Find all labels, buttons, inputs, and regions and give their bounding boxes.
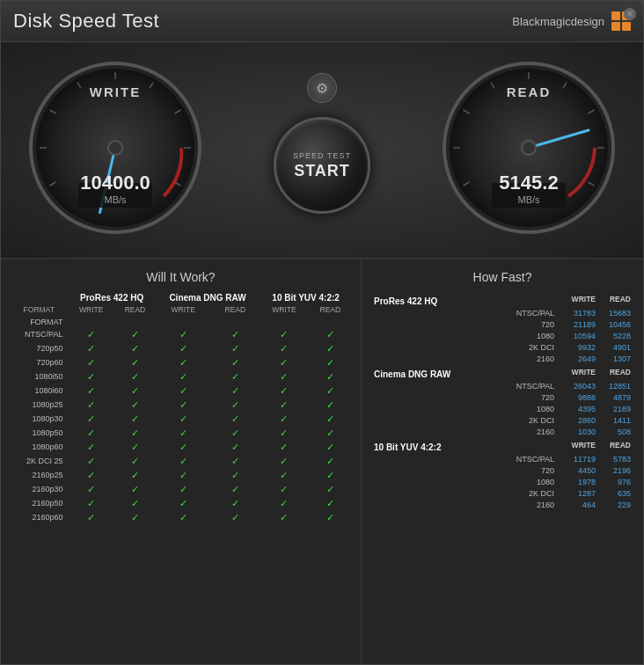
read-col-header: READ bbox=[599, 364, 634, 380]
write-gauge-label: WRITE bbox=[27, 84, 203, 99]
checkmark-icon: ✓ bbox=[326, 357, 334, 368]
fast-data-row: NTSC/PAL117195783 bbox=[370, 453, 634, 464]
row-spacer: NTSC/PAL bbox=[370, 307, 560, 318]
checkmark-icon: ✓ bbox=[131, 428, 139, 438]
check-cell: ✓ bbox=[114, 454, 156, 468]
checkmark-icon: ✓ bbox=[87, 413, 95, 424]
checkmark-icon: ✓ bbox=[179, 385, 187, 396]
checkmark-icon: ✓ bbox=[280, 428, 288, 438]
check-cell: ✓ bbox=[309, 468, 352, 482]
logo-cell-3 bbox=[611, 22, 620, 31]
check-cell: ✓ bbox=[68, 426, 114, 440]
check-cell: ✓ bbox=[114, 468, 156, 482]
write-value: 10594 bbox=[560, 330, 599, 341]
write-value: 26043 bbox=[560, 380, 599, 391]
format-cell: NTSC/PAL bbox=[10, 327, 68, 341]
read-value: 10456 bbox=[599, 318, 634, 330]
check-cell: ✓ bbox=[68, 412, 114, 426]
fast-data-row: 2K DCI28601411 bbox=[370, 414, 634, 426]
check-cell: ✓ bbox=[114, 355, 156, 369]
write-col-header: WRITE bbox=[560, 437, 599, 453]
how-fast-table: ProRes 422 HQWRITEREADNTSC/PAL3178315683… bbox=[370, 291, 634, 510]
checkmark-icon: ✓ bbox=[280, 512, 288, 522]
fast-data-row: NTSC/PAL3178315683 bbox=[370, 307, 634, 318]
start-button-sub: SPEED TEST bbox=[293, 151, 351, 160]
format-cell: 2160p25 bbox=[10, 468, 68, 482]
checkmark-icon: ✓ bbox=[326, 413, 334, 424]
checkmark-icon: ✓ bbox=[87, 399, 95, 410]
fast-data-row: 2K DCI1287635 bbox=[370, 487, 634, 499]
header-spacer bbox=[260, 316, 309, 327]
check-cell: ✓ bbox=[309, 412, 352, 426]
checkmark-icon: ✓ bbox=[231, 329, 239, 340]
settings-button[interactable]: ⚙ bbox=[307, 73, 337, 103]
check-cell: ✓ bbox=[309, 398, 352, 412]
checkmark-icon: ✓ bbox=[87, 343, 95, 354]
will-row: 1080p30✓✓✓✓✓✓ bbox=[10, 412, 352, 426]
format-cell: 1080i50 bbox=[10, 369, 68, 384]
check-cell: ✓ bbox=[156, 398, 211, 412]
how-fast-panel: How Fast? ProRes 422 HQWRITEREADNTSC/PAL… bbox=[362, 259, 643, 664]
checkmark-icon: ✓ bbox=[326, 498, 334, 508]
write-value: 21189 bbox=[560, 318, 599, 330]
read-value: 508 bbox=[599, 426, 634, 437]
fast-data-row: 7202118910456 bbox=[370, 318, 634, 330]
checkmark-icon: ✓ bbox=[179, 484, 187, 494]
check-cell: ✓ bbox=[156, 341, 211, 355]
format-col-header: FORMAT bbox=[10, 303, 68, 316]
checkmark-icon: ✓ bbox=[179, 399, 187, 410]
checkmark-icon: ✓ bbox=[231, 357, 239, 368]
check-cell: ✓ bbox=[260, 426, 309, 440]
write-value: 31783 bbox=[560, 307, 599, 318]
checkmark-icon: ✓ bbox=[179, 512, 187, 522]
fast-codec-header: Cinema DNG RAW bbox=[370, 364, 560, 380]
check-cell: ✓ bbox=[156, 496, 211, 510]
row-spacer: NTSC/PAL bbox=[370, 380, 560, 391]
read-gauge-value: 5145.2 bbox=[441, 172, 617, 194]
check-cell: ✓ bbox=[68, 510, 114, 524]
checkmark-icon: ✓ bbox=[87, 512, 95, 522]
check-cell: ✓ bbox=[211, 454, 260, 468]
will-row: 2160p50✓✓✓✓✓✓ bbox=[10, 496, 352, 510]
main-window: Disk Speed Test Blackmagicdesign ✕ bbox=[0, 0, 644, 665]
check-cell: ✓ bbox=[156, 510, 211, 524]
checkmark-icon: ✓ bbox=[280, 385, 288, 396]
codec-header-row: ProRes 422 HQWRITEREAD bbox=[370, 291, 634, 307]
check-cell: ✓ bbox=[309, 482, 352, 496]
start-button[interactable]: SPEED TEST START bbox=[274, 117, 370, 214]
check-cell: ✓ bbox=[68, 341, 114, 355]
checkmark-icon: ✓ bbox=[326, 470, 334, 480]
check-cell: ✓ bbox=[114, 426, 156, 440]
brand-name: Blackmagicdesign bbox=[512, 15, 604, 28]
row-spacer: 2K DCI bbox=[370, 414, 560, 426]
p422-read-header: READ bbox=[114, 303, 156, 316]
check-cell: ✓ bbox=[211, 384, 260, 398]
checkmark-icon: ✓ bbox=[231, 498, 239, 508]
read-value: 2196 bbox=[599, 464, 634, 476]
read-value: 229 bbox=[599, 499, 634, 510]
read-gauge-unit: MB/s bbox=[441, 194, 617, 205]
read-col-header: READ bbox=[599, 437, 634, 453]
checkmark-icon: ✓ bbox=[131, 470, 139, 480]
checkmark-icon: ✓ bbox=[131, 484, 139, 494]
checkmark-icon: ✓ bbox=[179, 329, 187, 340]
checkmark-icon: ✓ bbox=[179, 498, 187, 508]
format-cell: 1080p50 bbox=[10, 426, 68, 440]
check-cell: ✓ bbox=[309, 327, 352, 341]
will-it-work-title: Will It Work? bbox=[10, 270, 352, 284]
row-spacer: 2K DCI bbox=[370, 341, 560, 353]
close-button[interactable]: ✕ bbox=[624, 8, 636, 20]
write-value: 1287 bbox=[560, 487, 599, 499]
read-value: 1307 bbox=[599, 353, 634, 364]
read-value: 2169 bbox=[599, 403, 634, 414]
check-cell: ✓ bbox=[260, 510, 309, 524]
fast-data-row: 72098884879 bbox=[370, 391, 634, 403]
row-spacer: 2160 bbox=[370, 353, 560, 364]
checkmark-icon: ✓ bbox=[280, 413, 288, 424]
checkmark-icon: ✓ bbox=[231, 456, 239, 466]
checkmark-icon: ✓ bbox=[326, 399, 334, 410]
checkmark-icon: ✓ bbox=[231, 442, 239, 452]
checkmark-icon: ✓ bbox=[179, 428, 187, 438]
checkmark-icon: ✓ bbox=[280, 399, 288, 410]
row-spacer: 2K DCI bbox=[370, 487, 560, 499]
